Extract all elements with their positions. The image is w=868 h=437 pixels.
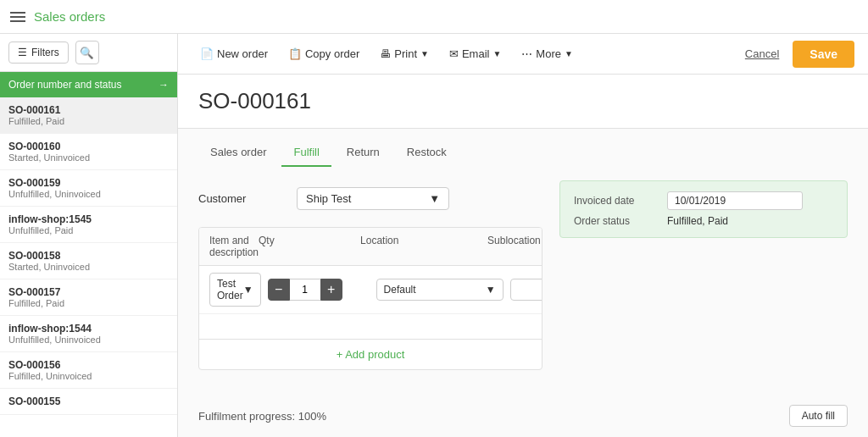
- tabs: Sales orderFulfillReturnRestock: [178, 129, 868, 167]
- order-status-value: Fulfilled, Paid: [667, 215, 728, 227]
- more-dots-icon: ⋯: [521, 47, 532, 60]
- section-toggle-icon[interactable]: →: [159, 79, 169, 91]
- sidebar-item[interactable]: SO-000157Fulfilled, Paid: [0, 279, 177, 316]
- search-icon: 🔍: [80, 47, 94, 59]
- order-status-label: Order status: [574, 215, 667, 227]
- tab-fulfill[interactable]: Fulfill: [281, 139, 331, 167]
- table-header: Item and descriptionQtyLocationSublocati…: [199, 228, 542, 266]
- location-value: Default: [384, 284, 416, 296]
- main-content: 📄 New order 📋 Copy order 🖶 Print ▼ ✉ Ema…: [178, 34, 868, 437]
- order-status-row: Order status Fulfilled, Paid: [574, 215, 833, 227]
- invoiced-date-input[interactable]: [667, 191, 803, 210]
- qty-minus-button[interactable]: −: [268, 279, 290, 301]
- sidebar-section-header: Order number and status →: [0, 72, 177, 97]
- sublocation-select[interactable]: ▼: [510, 279, 542, 301]
- page-title: SO-000161: [198, 88, 848, 114]
- autofill-button[interactable]: Auto fill: [789, 405, 848, 427]
- print-chevron-icon: ▼: [420, 49, 429, 58]
- email-button[interactable]: ✉ Email ▼: [441, 43, 509, 64]
- email-chevron-icon: ▼: [492, 49, 501, 58]
- filter-button[interactable]: ☰ Filters: [8, 41, 69, 64]
- more-button[interactable]: ⋯ More ▼: [513, 43, 581, 64]
- customer-chevron-icon: ▼: [429, 192, 440, 205]
- qty-control: − +: [268, 279, 370, 301]
- table-header-cell: Location: [360, 235, 487, 258]
- filter-icon: ☰: [18, 47, 27, 58]
- new-order-button[interactable]: 📄 New order: [192, 43, 276, 64]
- sidebar-item[interactable]: SO-000159Unfulfilled, Uninvoiced: [0, 170, 177, 207]
- sidebar: ☰ Filters 🔍 Order number and status → SO…: [0, 34, 178, 437]
- customer-row: Customer Ship Test ▼: [198, 180, 542, 210]
- qty-plus-button[interactable]: +: [320, 279, 342, 301]
- more-chevron-icon: ▼: [565, 49, 573, 58]
- progress-text: Fulfilment progress: 100%: [198, 410, 326, 423]
- search-button[interactable]: 🔍: [75, 41, 99, 64]
- item-select[interactable]: Test Order ▼: [209, 273, 261, 307]
- sidebar-item[interactable]: inflow-shop:1545Unfulfilled, Paid: [0, 207, 177, 243]
- toolbar: 📄 New order 📋 Copy order 🖶 Print ▼ ✉ Ema…: [178, 34, 868, 75]
- sidebar-item[interactable]: SO-000160Started, Uninvoiced: [0, 134, 177, 170]
- tab-sales-order[interactable]: Sales order: [198, 139, 278, 167]
- customer-label: Customer: [198, 192, 283, 205]
- sidebar-toolbar: ☰ Filters 🔍: [0, 34, 177, 72]
- table-header-cell: Sublocation: [487, 235, 542, 258]
- new-order-icon: 📄: [200, 47, 214, 60]
- sidebar-item[interactable]: SO-000155: [0, 389, 177, 415]
- info-box: Invoiced date Order status Fulfilled, Pa…: [559, 180, 848, 238]
- sidebar-item[interactable]: SO-000156Fulfilled, Uninvoiced: [0, 352, 177, 389]
- item-chevron-icon: ▼: [243, 284, 253, 296]
- customer-select[interactable]: Ship Test ▼: [297, 187, 449, 210]
- hamburger-menu[interactable]: [10, 12, 25, 22]
- location-select[interactable]: Default ▼: [376, 279, 504, 301]
- order-table: Item and descriptionQtyLocationSublocati…: [198, 227, 542, 370]
- top-bar: Sales orders: [0, 0, 868, 34]
- save-button[interactable]: Save: [793, 41, 854, 68]
- print-button[interactable]: 🖶 Print ▼: [371, 43, 437, 64]
- cancel-button[interactable]: Cancel: [735, 43, 789, 64]
- tab-return[interactable]: Return: [335, 139, 392, 167]
- print-icon: 🖶: [380, 47, 391, 60]
- form-area: Invoiced date Order status Fulfilled, Pa…: [178, 167, 868, 395]
- footer-row: Fulfilment progress: 100% Auto fill: [178, 395, 868, 437]
- copy-icon: 📋: [288, 47, 302, 60]
- email-icon: ✉: [449, 47, 459, 60]
- page-header: SO-000161: [178, 75, 868, 129]
- qty-input[interactable]: [290, 279, 320, 301]
- sidebar-item[interactable]: SO-000158Started, Uninvoiced: [0, 243, 177, 279]
- sidebar-item[interactable]: SO-000161Fulfilled, Paid: [0, 97, 177, 134]
- table-row: Test Order ▼ − + Default ▼: [199, 266, 542, 313]
- sidebar-item[interactable]: inflow-shop:1544Unfulfilled, Uninvoiced: [0, 316, 177, 352]
- tab-restock[interactable]: Restock: [395, 139, 459, 167]
- invoiced-date-label: Invoiced date: [574, 195, 667, 207]
- app-title: Sales orders: [34, 9, 105, 24]
- item-value: Test Order: [217, 278, 243, 301]
- copy-order-button[interactable]: 📋 Copy order: [280, 43, 368, 64]
- table-empty-row: [199, 313, 542, 339]
- add-product-row: + Add product: [199, 339, 542, 369]
- sidebar-list: SO-000161Fulfilled, PaidSO-000160Started…: [0, 97, 177, 437]
- location-chevron-icon: ▼: [486, 284, 496, 296]
- table-header-cell: Item and description: [209, 235, 259, 258]
- add-product-button[interactable]: + Add product: [337, 348, 405, 361]
- invoiced-date-row: Invoiced date: [574, 191, 833, 210]
- table-header-cell: Qty: [259, 235, 360, 258]
